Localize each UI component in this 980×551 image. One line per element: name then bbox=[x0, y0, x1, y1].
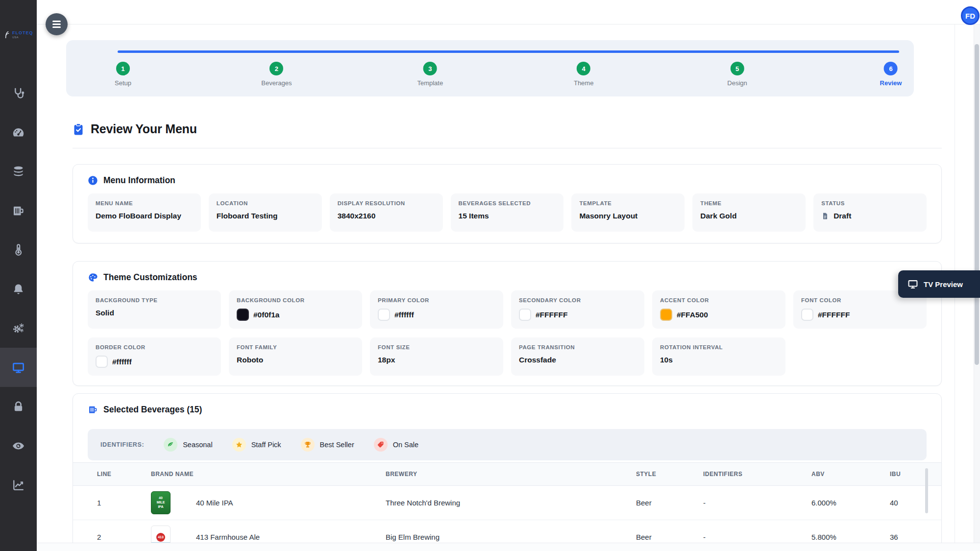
sidebar-nav bbox=[0, 73, 37, 504]
stepper-step-beverages[interactable]: 2Beverages bbox=[261, 62, 292, 87]
tile-value: 15 Items bbox=[459, 212, 556, 220]
summary-tile: TEMPLATEMasonry Layout bbox=[571, 193, 685, 232]
tile-label: ACCENT COLOR bbox=[660, 297, 778, 303]
tile-value: Floboard Testing bbox=[217, 212, 314, 220]
summary-tile: BACKGROUND COLOR#0f0f1a bbox=[229, 290, 362, 329]
tile-value: #0f0f1a bbox=[237, 309, 354, 321]
stepper-step-setup[interactable]: 1Setup bbox=[115, 62, 131, 87]
tile-label: BEVERAGES SELECTED bbox=[459, 200, 556, 206]
summary-tile: SECONDARY COLOR#FFFFFF bbox=[511, 290, 644, 329]
sidebar-item-thermometer[interactable] bbox=[0, 230, 37, 269]
brand-country: USA bbox=[12, 36, 33, 39]
table-scrollbar-thumb[interactable] bbox=[925, 468, 928, 513]
user-avatar[interactable]: FD bbox=[961, 6, 980, 25]
cell-abv: 6.000% bbox=[811, 499, 890, 507]
tile-value-text: 18px bbox=[378, 356, 395, 364]
stepper-step-design[interactable]: 5Design bbox=[727, 62, 747, 87]
trophy-icon bbox=[301, 438, 315, 452]
sidebar-item-beer-mug[interactable] bbox=[0, 191, 37, 230]
cell-line: 2 bbox=[97, 533, 151, 541]
color-swatch bbox=[378, 309, 390, 321]
cell-style: Beer bbox=[636, 499, 703, 507]
sidebar-item-database[interactable] bbox=[0, 152, 37, 191]
color-swatch bbox=[801, 309, 813, 321]
sidebar-item-tv-display[interactable] bbox=[0, 348, 37, 387]
beverages-table: LINEBRAND NAMEBREWERYSTYLEIDENTIFIERSABV… bbox=[73, 462, 941, 551]
tile-label: MENU NAME bbox=[96, 200, 193, 206]
section-title-theme-customizations: Theme Customizations bbox=[103, 272, 197, 283]
eye-icon bbox=[12, 439, 25, 453]
top-header bbox=[37, 0, 980, 24]
brand-name: FLOTEQ bbox=[12, 31, 33, 35]
vertical-scrollbar-thumb[interactable] bbox=[975, 44, 979, 365]
section-title-selected-beverages: Selected Beverages (15) bbox=[103, 405, 202, 415]
tile-value: 3840x2160 bbox=[338, 212, 435, 220]
analytics-chart-icon bbox=[12, 479, 25, 492]
tile-label: TEMPLATE bbox=[579, 200, 677, 206]
sidebar-item-bell[interactable] bbox=[0, 269, 37, 309]
star-icon bbox=[232, 438, 246, 452]
identifiers-legend: IDENTIFIERS: SeasonalStaff PickBest Sell… bbox=[88, 429, 927, 460]
step-number-badge: 4 bbox=[577, 62, 590, 75]
tile-value: #FFFFFF bbox=[519, 309, 637, 321]
tile-value: Demo FloBoard Display bbox=[96, 212, 193, 220]
beverages-table-header: LINEBRAND NAMEBREWERYSTYLEIDENTIFIERSABV… bbox=[73, 462, 941, 486]
tile-value-text: Draft bbox=[833, 212, 851, 220]
legend-item-staff-pick: Staff Pick bbox=[232, 438, 281, 452]
step-label: Theme bbox=[574, 79, 593, 87]
sidebar-item-gauge[interactable] bbox=[0, 113, 37, 152]
legend-item-seasonal: Seasonal bbox=[164, 438, 212, 452]
beverage-thumbnail: 40MILEIPA bbox=[151, 491, 171, 514]
step-label: Review bbox=[880, 79, 902, 87]
summary-tile: BACKGROUND TYPESolid bbox=[88, 290, 221, 329]
logo-swoosh-icon bbox=[3, 29, 11, 41]
gauge-icon bbox=[12, 126, 25, 139]
sidebar-item-analytics-chart[interactable] bbox=[0, 465, 37, 504]
tile-label: LOCATION bbox=[217, 200, 314, 206]
menu-toggle-button[interactable] bbox=[46, 13, 68, 35]
tile-value: #ffffff bbox=[96, 356, 213, 368]
tile-value: #FFA500 bbox=[660, 309, 778, 321]
stepper-step-review[interactable]: 6Review bbox=[880, 62, 902, 87]
tile-value-text: 10s bbox=[660, 356, 673, 364]
tile-label: BACKGROUND COLOR bbox=[237, 297, 354, 303]
stethoscope-icon bbox=[12, 87, 25, 100]
tv-display-icon bbox=[12, 361, 25, 374]
summary-tile: DISPLAY RESOLUTION3840x2160 bbox=[330, 193, 443, 232]
tile-label: THEME bbox=[700, 200, 798, 206]
selected-beverages-card: Selected Beverages (15) IDENTIFIERS: Sea… bbox=[73, 393, 942, 551]
tile-label: FONT SIZE bbox=[378, 344, 495, 350]
step-label: Setup bbox=[115, 79, 131, 87]
cell-style: Beer bbox=[636, 533, 703, 541]
palette-icon bbox=[88, 272, 98, 283]
column-header-brand-name: BRAND NAME bbox=[151, 471, 386, 478]
sidebar-item-eye[interactable] bbox=[0, 426, 37, 465]
tv-preview-button[interactable]: TV Preview bbox=[898, 270, 980, 298]
step-number-badge: 1 bbox=[116, 62, 130, 75]
column-header-identifiers: IDENTIFIERS bbox=[703, 471, 811, 478]
tile-value: #ffffff bbox=[378, 309, 495, 321]
tile-value-text: Roboto bbox=[237, 356, 263, 364]
cell-brand: 40MILEIPA40 Mile IPA bbox=[151, 491, 386, 514]
tile-label: DISPLAY RESOLUTION bbox=[338, 200, 435, 206]
sidebar-item-settings-gears[interactable] bbox=[0, 309, 37, 348]
sidebar-item-stethoscope[interactable] bbox=[0, 73, 37, 113]
summary-tile: FONT FAMILYRoboto bbox=[229, 337, 362, 376]
step-label: Design bbox=[727, 79, 747, 87]
tile-label: ROTATION INTERVAL bbox=[660, 344, 778, 350]
horizontal-scrollbar-track[interactable] bbox=[37, 543, 980, 551]
database-icon bbox=[12, 165, 25, 178]
legend-item-label: On Sale bbox=[393, 441, 418, 449]
stepper-step-template[interactable]: 3Template bbox=[417, 62, 443, 87]
summary-tile: PRIMARY COLOR#ffffff bbox=[370, 290, 503, 329]
tv-icon bbox=[907, 279, 918, 289]
tile-value: 10s bbox=[660, 356, 778, 364]
cell-ibu: 40 bbox=[890, 499, 929, 507]
beer-mug-icon bbox=[12, 204, 25, 217]
sidebar-item-lock[interactable] bbox=[0, 387, 37, 426]
thermometer-icon bbox=[12, 243, 25, 257]
table-row: 140MILEIPA40 Mile IPAThree Notch'd Brewi… bbox=[73, 486, 941, 520]
summary-tile: PAGE TRANSITIONCrossfade bbox=[511, 337, 644, 376]
stepper-step-theme[interactable]: 4Theme bbox=[574, 62, 593, 87]
tile-value: Solid bbox=[96, 309, 213, 317]
